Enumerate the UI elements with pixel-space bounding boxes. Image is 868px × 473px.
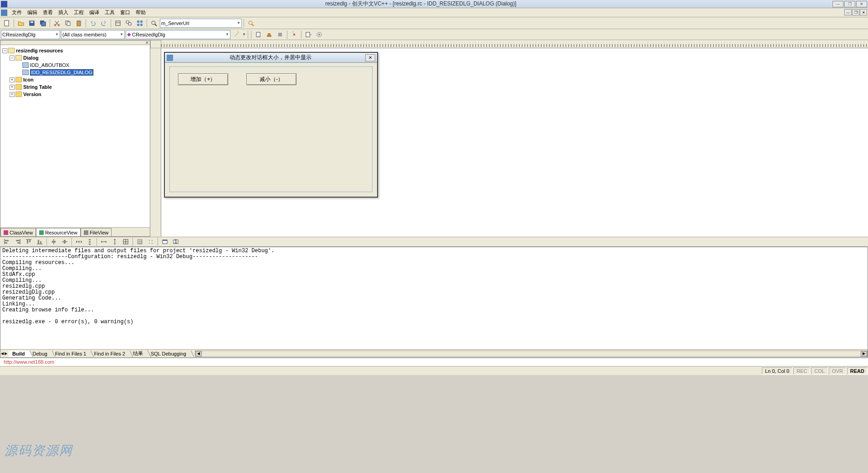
menu-insert[interactable]: 插入: [56, 8, 71, 17]
panel-grip[interactable]: ✕: [0, 41, 150, 45]
horizontal-ruler[interactable]: [161, 40, 868, 48]
scroll-right-icon[interactable]: ▶: [861, 351, 867, 356]
dialog-close-icon[interactable]: ✕: [365, 54, 375, 61]
wand-icon[interactable]: [231, 30, 241, 40]
decrease-button[interactable]: 减小（-）: [246, 73, 296, 85]
align-left-icon[interactable]: [2, 237, 12, 247]
output-tab-result[interactable]: 结果: [129, 350, 147, 357]
output-tab-debug[interactable]: Debug: [29, 351, 51, 357]
paste-icon[interactable]: [74, 18, 84, 28]
tree-string-folder[interactable]: + String Table: [1, 83, 149, 91]
output-tab-build[interactable]: Build: [9, 351, 29, 357]
tab-order-icon[interactable]: 1: [171, 237, 181, 247]
compile-icon[interactable]: [253, 30, 263, 40]
collapse-icon[interactable]: −: [2, 48, 7, 53]
expand-icon[interactable]: +: [10, 92, 15, 97]
workspace-icon[interactable]: [113, 18, 123, 28]
window-list-icon[interactable]: [124, 18, 134, 28]
members-combo[interactable]: (All class members)▼: [61, 30, 125, 39]
maximize-button[interactable]: ❐: [844, 1, 855, 7]
scroll-left-icon[interactable]: ◀: [195, 351, 202, 356]
same-height-icon[interactable]: [110, 237, 120, 247]
dialog-titlebar[interactable]: 动态更改对话框大小，并居中显示 ✕: [165, 53, 377, 63]
search-icon[interactable]: [246, 18, 256, 28]
undo-icon[interactable]: [88, 18, 98, 28]
svg-rect-50: [81, 241, 82, 243]
save-all-icon[interactable]: [38, 18, 48, 28]
tree-version-folder[interactable]: + Version: [1, 91, 149, 98]
tree-label: Icon: [23, 77, 34, 82]
save-icon[interactable]: [27, 18, 37, 28]
collapse-icon[interactable]: −: [10, 56, 15, 61]
tab-fileview[interactable]: FileView: [81, 228, 112, 236]
space-vert-icon[interactable]: [85, 237, 95, 247]
mdi-close[interactable]: ✕: [860, 9, 867, 15]
new-file-icon[interactable]: [2, 18, 12, 28]
find-combo[interactable]: m_ServerUrl ▼: [160, 19, 242, 28]
stop-build-icon[interactable]: [275, 30, 285, 40]
align-right-icon[interactable]: [13, 237, 23, 247]
space-horiz-icon[interactable]: [74, 237, 84, 247]
dialog-designer[interactable]: 动态更改对话框大小，并居中显示 ✕ 增加（+） 减小（-）: [150, 40, 868, 237]
increase-button[interactable]: 增加（+）: [178, 73, 228, 85]
align-top-icon[interactable]: [24, 237, 34, 247]
tree-item-aboutbox[interactable]: IDD_ABOUTBOX: [1, 61, 149, 69]
menu-window[interactable]: 窗口: [117, 8, 133, 17]
menu-help[interactable]: 帮助: [133, 8, 148, 17]
test-dialog-icon[interactable]: [160, 237, 170, 247]
menu-edit[interactable]: 编辑: [25, 8, 40, 17]
tab-resourceview[interactable]: ResourceView: [36, 228, 81, 236]
chevron-right-icon[interactable]: ▶: [4, 351, 8, 356]
align-bottom-icon[interactable]: [35, 237, 45, 247]
open-icon[interactable]: [16, 18, 26, 28]
tab-classview[interactable]: ClassView: [0, 228, 36, 236]
chevron-down-icon[interactable]: ▼: [242, 32, 246, 36]
close-button[interactable]: ✕: [856, 1, 867, 7]
chevron-left-icon[interactable]: ◀: [0, 351, 4, 356]
tile-icon[interactable]: [135, 18, 145, 28]
expand-icon[interactable]: +: [10, 85, 15, 90]
footer-link[interactable]: http://www.net188.com: [0, 358, 868, 366]
expand-icon[interactable]: +: [10, 77, 15, 82]
menu-tools[interactable]: 工具: [102, 8, 117, 17]
copy-icon[interactable]: [63, 18, 73, 28]
go-icon[interactable]: [303, 30, 313, 40]
output-nav[interactable]: ◀ ▶: [0, 351, 9, 356]
output-text[interactable]: Deleting intermediate files and output f…: [0, 247, 868, 349]
tree-body[interactable]: − resizedlg resources − Dialog IDD_ABOUT…: [0, 45, 150, 227]
menu-view[interactable]: 查看: [40, 8, 56, 17]
close-panel-icon[interactable]: ✕: [145, 41, 149, 45]
find-icon[interactable]: [149, 18, 159, 28]
func-combo[interactable]: ◆CResizedlgDlg▼: [126, 30, 230, 39]
output-hscroll[interactable]: ◀ ▶: [195, 351, 868, 357]
dialog-preview[interactable]: 动态更改对话框大小，并居中显示 ✕ 增加（+） 减小（-）: [164, 52, 378, 198]
center-horiz-icon[interactable]: [49, 237, 59, 247]
tree-root[interactable]: − resizedlg resources: [1, 47, 149, 54]
cut-icon[interactable]: [52, 18, 62, 28]
output-tab-fif2[interactable]: Find in Files 2: [90, 351, 129, 357]
mdi-restore[interactable]: ❐: [852, 9, 859, 15]
menu-file[interactable]: 文件: [9, 8, 25, 17]
output-tab-sql[interactable]: SQL Debugging: [147, 351, 190, 357]
minimize-button[interactable]: —: [832, 1, 843, 7]
vertical-ruler[interactable]: [150, 48, 161, 237]
grid-icon[interactable]: [135, 237, 145, 247]
menu-build[interactable]: 编译: [87, 8, 102, 17]
redo-icon[interactable]: [99, 18, 109, 28]
tree-icon-folder[interactable]: + Icon: [1, 76, 149, 83]
output-tab-fif1[interactable]: Find in Files 1: [51, 351, 90, 357]
same-width-icon[interactable]: [99, 237, 109, 247]
folder-icon: [8, 48, 15, 53]
same-size-icon[interactable]: [121, 237, 131, 247]
class-combo[interactable]: CResizedlgDlg▼: [1, 30, 60, 39]
center-vert-icon[interactable]: [60, 237, 70, 247]
build-icon[interactable]: [264, 30, 274, 40]
dialog-client-area[interactable]: 增加（+） 减小（-）: [169, 66, 373, 192]
menu-project[interactable]: 工程: [71, 8, 87, 17]
tree-dialog-folder[interactable]: − Dialog: [1, 54, 149, 61]
breakpoint-icon[interactable]: [314, 30, 324, 40]
guides-icon[interactable]: [146, 237, 156, 247]
tree-item-resizedlg[interactable]: IDD_RESIZEDLG_DIALOG: [1, 69, 149, 76]
mdi-minimize[interactable]: —: [844, 9, 852, 15]
execute-icon[interactable]: !: [289, 30, 299, 40]
